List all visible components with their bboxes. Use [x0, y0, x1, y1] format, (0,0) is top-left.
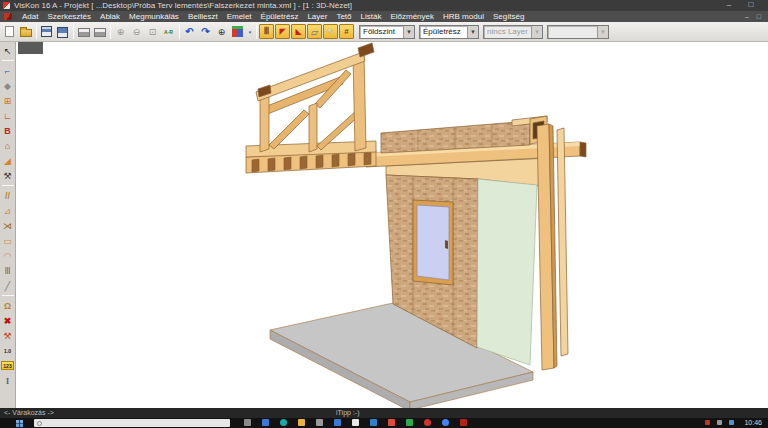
save-button[interactable] — [39, 24, 54, 39]
wall-pipe-tool-button[interactable]: ⌐ — [1, 63, 15, 78]
menu-megmunkalas[interactable]: Megmunkálás — [129, 12, 179, 21]
menu-elozmenyek[interactable]: Előzmények — [390, 12, 434, 21]
dimension-tool-button[interactable]: 1.0 — [1, 343, 15, 358]
section-view-button[interactable]: ◣ — [291, 24, 306, 39]
zoom-in-button[interactable]: ⊕ — [113, 24, 128, 39]
taskbar-app-icon[interactable] — [460, 419, 467, 426]
view-3d-more-button[interactable]: ▾ — [246, 24, 254, 39]
steel-tool-button[interactable]: I — [1, 373, 15, 388]
taskbar-app-icon[interactable] — [424, 419, 431, 426]
status-tip: iTipp :-) — [336, 409, 359, 416]
floor-select[interactable]: Földszint ▼ — [359, 25, 415, 39]
tray-icon[interactable] — [729, 420, 734, 425]
frame-3d-button[interactable]: # — [339, 24, 354, 39]
undo-button[interactable]: ↶ — [182, 24, 197, 39]
house-tool-button[interactable]: ⌂ — [1, 138, 15, 153]
taskbar-app-icon[interactable] — [388, 419, 395, 426]
save-as-button[interactable] — [55, 24, 70, 39]
building-part-select[interactable]: Épületrész ▼ — [419, 25, 479, 39]
window[interactable] — [413, 200, 453, 285]
marker-b-tool-button[interactable]: B — [1, 123, 15, 138]
zoom-window-icon: ⊡ — [149, 27, 157, 37]
menu-hrb-modul[interactable]: HRB modul — [443, 12, 484, 21]
center-view-button[interactable]: ⊕ — [214, 24, 229, 39]
zoom-scale-icon: A·R — [164, 29, 173, 35]
line-tool-button[interactable]: ╱ — [1, 278, 15, 293]
lock-tool-button[interactable]: Ω — [1, 298, 15, 313]
center-view-icon: ⊕ — [218, 27, 226, 37]
ruler-tool-button[interactable]: 123 — [1, 358, 15, 373]
taskbar-clock[interactable]: 10:46 — [744, 419, 762, 426]
taskbar-app-icon[interactable] — [352, 419, 359, 426]
layer-select[interactable]: nincs Layer ▼ — [483, 25, 543, 39]
maximize-button[interactable]: □ — [742, 0, 760, 11]
roof-tool-button[interactable]: ◢ — [1, 153, 15, 168]
plane-view-button[interactable]: ▱ — [307, 24, 322, 39]
menu-szerkesztes[interactable]: Szerkesztés — [47, 12, 91, 21]
taskbar: 10:46 — [0, 418, 768, 428]
solid-block-tool-button[interactable]: ◆ — [1, 78, 15, 93]
plane-tool-button[interactable]: ⊿ — [1, 203, 15, 218]
roof-truss[interactable] — [246, 43, 376, 157]
menu-layer[interactable]: Layer — [307, 12, 327, 21]
menu-beilleszt[interactable]: Beilleszt — [188, 12, 218, 21]
start-button[interactable] — [16, 420, 23, 427]
corner-tool-button[interactable]: ∟ — [1, 108, 15, 123]
zoom-window-button[interactable]: ⊡ — [145, 24, 160, 39]
menu-emelet[interactable]: Emelet — [227, 12, 252, 21]
open-button[interactable] — [18, 24, 33, 39]
taskbar-app-icon[interactable] — [298, 419, 305, 426]
menu-listak[interactable]: Listák — [361, 12, 382, 21]
mdi-corner — [18, 42, 43, 54]
toolbar-separator — [110, 25, 111, 39]
hammer-tool-button[interactable]: ⚒ — [1, 328, 15, 343]
timber-joint-tool-button[interactable]: ⋊ — [1, 218, 15, 233]
planks-tool-button[interactable]: // — [1, 188, 15, 203]
menu-segitseg[interactable]: Segítség — [493, 12, 525, 21]
view-3d-button[interactable] — [230, 24, 245, 39]
beam-tool-button[interactable]: ▭ — [1, 233, 15, 248]
taskbar-app-icon[interactable] — [262, 419, 269, 426]
save-icon — [41, 26, 52, 37]
taskbar-app-icon[interactable] — [244, 419, 251, 426]
viewport-3d[interactable] — [16, 42, 768, 408]
taskbar-search-input[interactable] — [34, 419, 230, 427]
menu-adat[interactable]: Adat — [22, 12, 38, 21]
minimize-button[interactable]: – — [720, 0, 738, 11]
taskbar-app-icon[interactable] — [442, 419, 449, 426]
zoom-scale-button[interactable]: A·R — [161, 24, 176, 39]
wall-view-button[interactable]: Ⅲ — [259, 24, 274, 39]
taskbar-app-icon[interactable] — [316, 419, 323, 426]
mdi-window-controls[interactable]: ‒ □ — [745, 11, 764, 22]
green-panel[interactable] — [477, 179, 537, 365]
menu-epuletresz[interactable]: Épületrész — [261, 12, 299, 21]
delete-tool-button[interactable]: ✖ — [1, 313, 15, 328]
axe-tool-button[interactable]: ⚒ — [1, 168, 15, 183]
new-file-button[interactable] — [2, 24, 17, 39]
select-tool-button[interactable]: ↖ — [1, 43, 15, 58]
print-setup-button[interactable] — [92, 24, 107, 39]
menu-teto[interactable]: Tető — [336, 12, 351, 21]
redo-button[interactable]: ↷ — [198, 24, 213, 39]
zoom-out-button[interactable]: ⊖ — [129, 24, 144, 39]
scene-3d[interactable] — [16, 42, 768, 408]
studs-tool-button[interactable]: Ⅲ — [1, 263, 15, 278]
chevron-down-icon[interactable]: ▼ — [467, 26, 478, 38]
menu-ablak[interactable]: Ablak — [100, 12, 120, 21]
print-button[interactable] — [76, 24, 91, 39]
print-icon — [78, 28, 90, 37]
taskbar-app-icon[interactable] — [370, 419, 377, 426]
taskbar-app-icon[interactable] — [280, 419, 287, 426]
chevron-down-icon[interactable]: ▼ — [403, 26, 414, 38]
corner-posts[interactable] — [537, 124, 568, 370]
window-tool-button[interactable]: ⊞ — [1, 93, 15, 108]
plane-view-icon: ▱ — [311, 27, 318, 37]
tray-icon[interactable] — [705, 420, 710, 425]
taskbar-app-icon[interactable] — [334, 419, 341, 426]
taskbar-app-icon[interactable] — [406, 419, 413, 426]
extra-select[interactable]: ▼ — [547, 25, 609, 39]
tray-icon[interactable] — [717, 420, 722, 425]
select-mode-button[interactable]: ↖ — [323, 24, 338, 39]
arc-tool-button[interactable]: ◠ — [1, 248, 15, 263]
roof-view-button[interactable]: ◤ — [275, 24, 290, 39]
